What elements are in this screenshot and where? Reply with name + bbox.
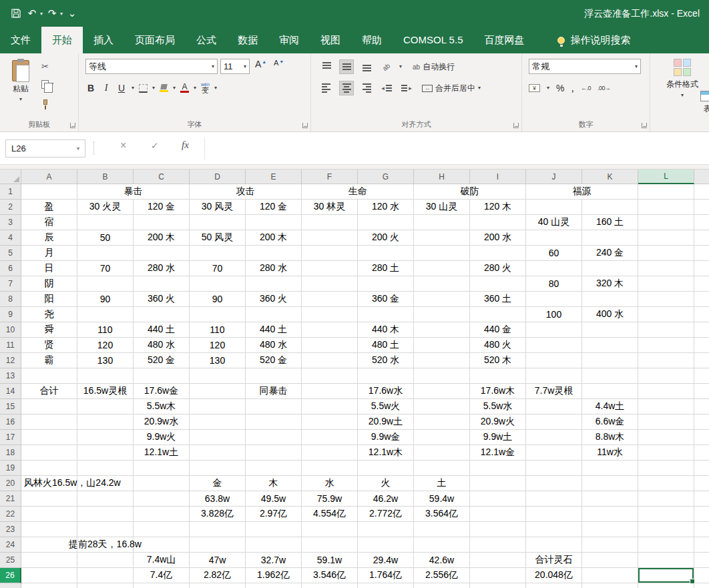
- cell-J14[interactable]: 7.7w灵根: [526, 384, 582, 399]
- cell-L7[interactable]: [638, 276, 694, 292]
- column-header-B[interactable]: B: [77, 170, 134, 184]
- cell-L17[interactable]: [638, 430, 694, 445]
- cell-F19[interactable]: [302, 461, 358, 476]
- cell-H23[interactable]: [414, 522, 470, 537]
- cell-B23[interactable]: [77, 522, 134, 537]
- cell-D7[interactable]: [190, 276, 246, 292]
- cell-D8[interactable]: 90: [190, 292, 246, 307]
- insert-function-icon[interactable]: fx: [182, 139, 189, 151]
- cell-B17[interactable]: [77, 430, 134, 445]
- cell-C20[interactable]: [134, 476, 190, 491]
- cell-A18[interactable]: [21, 445, 77, 461]
- cell-K13[interactable]: [582, 368, 638, 384]
- cell-L20[interactable]: [638, 476, 694, 491]
- cell-L21[interactable]: [638, 491, 694, 507]
- cell-K19[interactable]: [582, 461, 638, 476]
- borders-dropdown-icon[interactable]: ▾: [152, 85, 155, 91]
- cell-J19[interactable]: [526, 461, 582, 476]
- cell-I18[interactable]: 12.1w金: [470, 445, 526, 461]
- row-header-19[interactable]: 19: [0, 461, 21, 476]
- select-all-corner[interactable]: [0, 170, 21, 184]
- increase-font-size-button[interactable]: A▲: [255, 59, 266, 73]
- cell-A10[interactable]: 舜: [21, 322, 77, 338]
- cell-H10[interactable]: [414, 322, 470, 338]
- cell-D24[interactable]: [190, 537, 246, 553]
- cell-I19[interactable]: [470, 461, 526, 476]
- cell-F7[interactable]: [302, 276, 358, 292]
- cell-F26[interactable]: 3.546亿: [302, 568, 358, 583]
- cell-E8[interactable]: 360 火: [246, 292, 302, 307]
- cell-F1[interactable]: 生命: [302, 184, 414, 200]
- column-header-H[interactable]: H: [414, 170, 470, 184]
- cell-I23[interactable]: [470, 522, 526, 537]
- cell-L22[interactable]: [638, 507, 694, 522]
- cell-A9[interactable]: 尧: [21, 307, 77, 322]
- cell-G27[interactable]: [358, 583, 414, 588]
- cell-B19[interactable]: [77, 461, 134, 476]
- row-header-21[interactable]: 21: [0, 491, 21, 507]
- cell-L25[interactable]: [638, 553, 694, 568]
- cell-D13[interactable]: [190, 368, 246, 384]
- cell-K21[interactable]: [582, 491, 638, 507]
- cell-C8[interactable]: 360 火: [134, 292, 190, 307]
- cell-E19[interactable]: [246, 461, 302, 476]
- cell-I12[interactable]: 520 木: [470, 353, 526, 368]
- underline-button[interactable]: U: [116, 83, 127, 93]
- cell-C23[interactable]: [134, 522, 190, 537]
- cell-H4[interactable]: [414, 230, 470, 246]
- cell-A27[interactable]: [21, 583, 77, 588]
- cell-C14[interactable]: 17.6w金: [134, 384, 190, 399]
- cell-G4[interactable]: 200 火: [358, 230, 414, 246]
- cell-F27[interactable]: [302, 583, 358, 588]
- cell-G2[interactable]: 120 水: [358, 200, 414, 215]
- cell-A15[interactable]: [21, 399, 77, 414]
- cell-E22[interactable]: 2.97亿: [246, 507, 302, 522]
- cell-H15[interactable]: [414, 399, 470, 414]
- cell-H3[interactable]: [414, 215, 470, 230]
- cell-G25[interactable]: 29.4w: [358, 553, 414, 568]
- cell-C6[interactable]: 280 水: [134, 261, 190, 276]
- row-header-18[interactable]: 18: [0, 445, 21, 461]
- cell-C27[interactable]: [134, 583, 190, 588]
- phonetic-dropdown-icon[interactable]: ▾: [214, 85, 217, 91]
- cell-B21[interactable]: [77, 491, 134, 507]
- cell-F20[interactable]: 水: [302, 476, 358, 491]
- cell-J18[interactable]: [526, 445, 582, 461]
- row-header-6[interactable]: 6: [0, 261, 21, 276]
- cell-K26[interactable]: [582, 568, 638, 583]
- tab-数据[interactable]: 数据: [227, 27, 268, 53]
- cell-J16[interactable]: [526, 414, 582, 430]
- cell-E21[interactable]: 49.5w: [246, 491, 302, 507]
- cell-L16[interactable]: [638, 414, 694, 430]
- cell-K6[interactable]: [582, 261, 638, 276]
- cell-K11[interactable]: [582, 338, 638, 353]
- cell-C19[interactable]: [134, 461, 190, 476]
- cell-L1[interactable]: [638, 184, 694, 200]
- row-header-10[interactable]: 10: [0, 322, 21, 338]
- cell-G16[interactable]: 20.9w土: [358, 414, 414, 430]
- align-left-button[interactable]: [319, 81, 334, 95]
- cell-G23[interactable]: [358, 522, 414, 537]
- font-dialog-launcher-icon[interactable]: [302, 122, 308, 129]
- column-header-F[interactable]: F: [302, 170, 358, 184]
- redo-dropdown-icon[interactable]: ▾: [60, 11, 63, 17]
- cell-J4[interactable]: [526, 230, 582, 246]
- row-header-14[interactable]: 14: [0, 384, 21, 399]
- tab-公式[interactable]: 公式: [186, 27, 227, 53]
- cell-A17[interactable]: [21, 430, 77, 445]
- row-header-3[interactable]: 3: [0, 215, 21, 230]
- cell-E18[interactable]: [246, 445, 302, 461]
- cell-B1[interactable]: 暴击: [77, 184, 190, 200]
- cell-C22[interactable]: [134, 507, 190, 522]
- alignment-dialog-launcher-icon[interactable]: [513, 122, 519, 129]
- cell-G24[interactable]: [358, 537, 414, 553]
- cell-G17[interactable]: 9.9w金: [358, 430, 414, 445]
- cell-A26[interactable]: [21, 568, 77, 583]
- cell-I11[interactable]: 480 火: [470, 338, 526, 353]
- cell-J15[interactable]: [526, 399, 582, 414]
- cell-G10[interactable]: 440 木: [358, 322, 414, 338]
- cell-A11[interactable]: 贤: [21, 338, 77, 353]
- cell-J24[interactable]: [526, 537, 582, 553]
- cell-D1[interactable]: 攻击: [190, 184, 302, 200]
- cell-E17[interactable]: [246, 430, 302, 445]
